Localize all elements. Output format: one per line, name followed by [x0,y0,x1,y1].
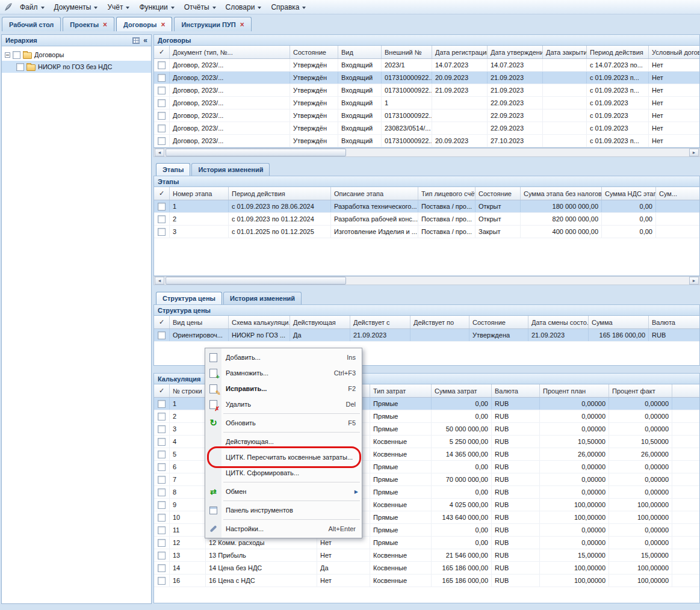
row-checkbox[interactable] [158,564,166,572]
column-header[interactable]: Тип лицевого счёт... [418,187,475,200]
context-menu-item-toolbar-panel[interactable]: Панель инструментов [205,502,362,518]
column-header[interactable]: Состояние [469,316,528,328]
column-header[interactable]: ✓ [154,46,170,58]
row-checkbox[interactable] [158,526,166,534]
row-checkbox[interactable] [158,514,166,522]
column-header[interactable]: Сумма НДС этапа [602,187,656,200]
table-row[interactable]: Договор, 2023/...УтверждёнВходящий017310… [154,135,699,147]
scrollbar-thumb[interactable] [166,277,346,285]
row-checkbox[interactable] [158,451,166,458]
row-checkbox[interactable] [158,74,166,82]
menubar-item-help[interactable]: Справка [266,1,311,13]
column-header[interactable]: Действует по [410,316,469,328]
row-checkbox[interactable] [158,112,166,120]
tab-price-history[interactable]: История изменений [223,292,302,304]
context-menu-item-add[interactable]: Добавить...Ins [205,350,362,365]
column-header[interactable]: Дата утверждения [488,46,543,58]
context-menu-item-settings[interactable]: Настройки...Alt+Enter [205,521,362,537]
row-checkbox[interactable] [158,87,166,94]
column-header[interactable]: Схема калькуляци... [229,316,290,328]
scrollbar-track[interactable] [165,277,689,285]
table-row[interactable]: Договор, 2023/...УтверждёнВходящий017310… [154,72,699,84]
table-row[interactable]: Договор, 2023/...УтверждёнВходящий017310… [154,109,699,122]
column-header[interactable]: Вид цены [170,316,229,328]
context-menu-item-exchange[interactable]: Обмен▶ [205,484,362,499]
row-checkbox[interactable] [158,137,166,145]
context-menu-item-edit[interactable]: Исправить...F2 [205,381,362,396]
column-header[interactable]: Сумма затрат [432,384,492,397]
context-menu-item-citk-recalc[interactable]: ЦИТК. Пересчитать косвенные затраты... [205,449,362,465]
column-header[interactable]: Процент факт [609,384,672,397]
row-checkbox[interactable] [158,228,166,236]
column-header[interactable]: Сумма [589,316,649,328]
tree-item-contracts-root[interactable]: Договоры [2,49,151,61]
column-header[interactable]: Сумма этапа без налогов [521,187,602,200]
column-header[interactable]: ✓ [154,384,170,397]
row-checkbox[interactable] [158,425,166,433]
column-header[interactable]: Процент план [540,384,609,397]
context-menu-item-current[interactable]: Действующая... [205,434,362,449]
table-row[interactable]: 1с 01.09.2023 по 28.06.2024Разработка те… [154,200,699,213]
row-checkbox[interactable] [158,539,166,547]
column-header[interactable]: Состояние [290,46,338,58]
column-header[interactable]: Тип затрат [370,384,432,397]
scroll-right-button[interactable]: ► [689,277,699,285]
table-row[interactable]: 2с 01.09.2023 по 01.12.2024Разработка ра… [154,213,699,226]
context-menu-item-citk-form[interactable]: ЦИТК. Сформировать... [205,465,362,481]
column-header[interactable]: Описание этапа [331,187,418,200]
context-menu-item-duplicate[interactable]: Размножить...Ctrl+F3 [205,365,362,381]
table-row[interactable]: 1313 ПрибыльНетКосвенные21 546 000,00RUB… [154,549,699,562]
menubar-item-reports[interactable]: Отчёты [179,1,221,13]
menubar-item-file[interactable]: Файл [15,1,49,13]
tab-contracts[interactable]: Договоры× [116,17,172,31]
tab-stages-history[interactable]: История изменений [191,163,270,176]
column-header[interactable]: Действующая [290,316,350,328]
tree-item-niokr[interactable]: НИОКР по ГОЗ без НДС [2,61,151,73]
table-row[interactable]: Ориентировоч...НИОКР по ГОЗ ...Да21.09.2… [154,329,699,342]
tab-pup-instructions[interactable]: Инструкции ПУП× [174,17,251,31]
table-row[interactable]: Договор, 2023/...УтверждёнВходящий2023/1… [154,59,699,72]
table-row[interactable]: Договор, 2023/...УтверждёнВходящий122.09… [154,97,699,109]
column-header[interactable]: Дата закрытия [543,46,587,58]
scroll-left-button[interactable]: ◄ [155,277,164,285]
row-checkbox[interactable] [158,413,166,421]
column-header[interactable]: Документ (тип, №... [170,46,290,58]
column-header[interactable]: Сум... [656,187,700,200]
row-checkbox[interactable] [158,400,166,408]
tab-close-icon[interactable]: × [161,22,165,28]
context-menu-item-delete[interactable]: УдалитьDel [205,396,362,412]
row-checkbox[interactable] [158,331,166,339]
stages-h-scrollbar[interactable]: ◄ ► [153,276,700,285]
row-checkbox[interactable] [158,501,166,509]
tab-price-structure[interactable]: Структура цены [156,292,222,304]
tab-projects[interactable]: Проекты× [63,17,114,31]
tree-item-checkbox[interactable] [13,51,20,59]
scrollbar-track[interactable] [165,149,689,156]
table-row[interactable]: 1616 Цена с НДСНетКосвенные165 186 000,0… [154,575,699,587]
column-header[interactable]: Дата смены состо... [528,316,589,328]
column-header[interactable]: Период действия [587,46,649,58]
column-header[interactable]: Действует с [350,316,410,328]
column-header[interactable]: Состояние [475,187,521,200]
menubar-item-accounting[interactable]: Учёт [102,1,134,13]
column-header[interactable]: Валюта [649,316,700,328]
row-checkbox[interactable] [158,203,166,211]
tab-desktop[interactable]: Рабочий стол [2,17,61,31]
row-checkbox[interactable] [158,476,166,484]
row-checkbox[interactable] [158,438,166,446]
menubar-item-dictionaries[interactable]: Словари [221,1,267,13]
column-header[interactable]: № строки [170,384,206,397]
table-row[interactable]: 1212 Комм. расходыНетПрямые0,00RUB0,0000… [154,537,699,549]
row-checkbox[interactable] [158,463,166,471]
row-checkbox[interactable] [158,577,166,585]
table-row[interactable]: Договор, 2023/...УтверждёнВходящий230823… [154,122,699,135]
row-checkbox[interactable] [158,61,166,69]
scrollbar-thumb[interactable] [166,149,346,156]
table-row[interactable]: Договор, 2023/...УтверждёнВходящий017310… [154,84,699,97]
column-header[interactable]: Валюта [492,384,540,397]
column-header[interactable]: Номер этапа [170,187,229,200]
tab-stages[interactable]: Этапы [156,163,190,176]
tree-expander-icon[interactable] [5,52,10,58]
column-header[interactable]: Дата регистрации [432,46,488,58]
table-row[interactable]: 1414 Цена без НДСДаКосвенные165 186 000,… [154,562,699,575]
